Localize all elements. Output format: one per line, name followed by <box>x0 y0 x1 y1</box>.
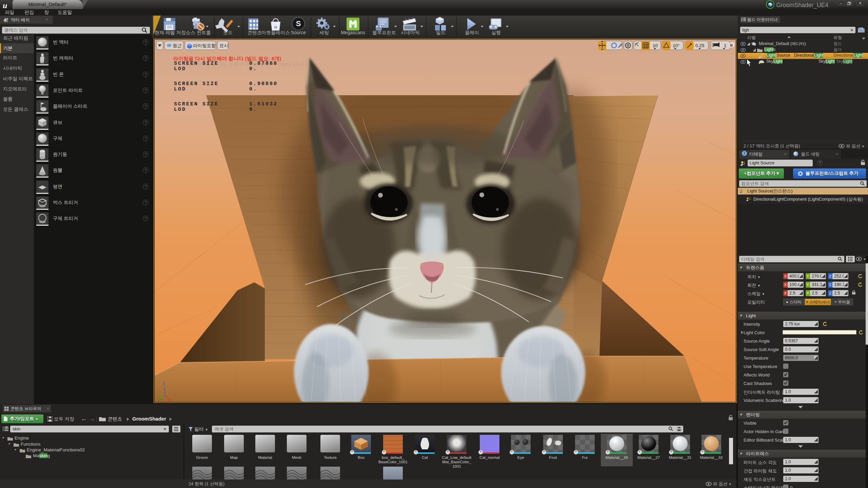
svg-text:0.25: 0.25 <box>695 43 704 48</box>
svg-text:LOD: LOD <box>174 107 186 113</box>
svg-text:u: u <box>274 24 277 29</box>
svg-text:LOD: LOD <box>174 86 186 92</box>
svg-text:0.: 0. <box>249 66 257 72</box>
svg-text:라이팅포함: 라이팅포함 <box>193 43 216 48</box>
svg-text:SCREEN SIZE: SCREEN SIZE <box>174 81 219 87</box>
svg-text:10: 10 <box>653 43 658 48</box>
svg-text:SCREEN SIZE: SCREEN SIZE <box>174 61 219 66</box>
svg-text:LOD: LOD <box>174 66 186 72</box>
svg-text:10°: 10° <box>673 43 679 48</box>
svg-text:원근: 원근 <box>173 43 182 48</box>
svg-text:S: S <box>296 19 301 28</box>
svg-text:1.51932: 1.51932 <box>249 101 278 107</box>
svg-text:0.90890: 0.90890 <box>249 81 278 87</box>
svg-text:0.: 0. <box>249 107 257 113</box>
svg-text:Z: Z <box>163 381 165 386</box>
svg-text:1: 1 <box>724 43 727 48</box>
svg-text:SCREEN SIZE: SCREEN SIZE <box>174 101 219 107</box>
svg-text:0.: 0. <box>249 86 257 92</box>
svg-text:0.87888: 0.87888 <box>249 61 278 66</box>
svg-text:표시: 표시 <box>219 43 229 48</box>
